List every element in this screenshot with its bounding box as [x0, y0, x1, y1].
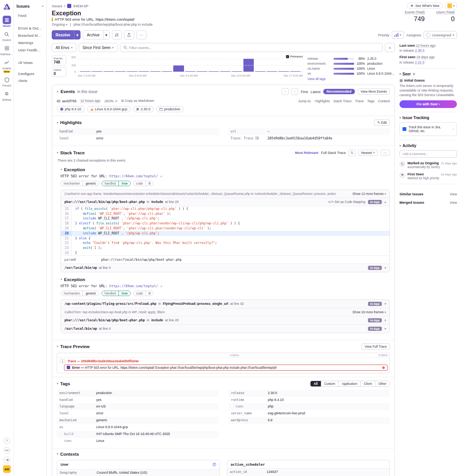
release-chip[interactable]: 2.30.0	[133, 106, 154, 112]
runtime-chip[interactable]: php 8.4.10	[57, 106, 85, 112]
view-all-tags-link[interactable]: View all tags	[307, 77, 326, 81]
tags-filter-custom[interactable]: Custom	[321, 381, 338, 386]
exception-url-link[interactable]: https://84em.com/toptal/	[109, 284, 158, 288]
sidebar-item-all-views[interactable]: All Views	[16, 59, 44, 66]
trace-id-link[interactable]: 205d9d8bc3ad4156aa16ab4d50ffa04e	[268, 136, 332, 141]
environment-filter[interactable]: All Envs ▾	[52, 43, 76, 52]
archive-button[interactable]: Archive	[83, 30, 103, 39]
chevron-down-icon[interactable]: ▾	[399, 116, 401, 119]
os-chip[interactable]: Linux 6.8.0-1044-gcp	[87, 106, 131, 112]
sentry-logo-icon[interactable]	[3, 3, 11, 11]
date-filter[interactable]: Since First Seen ▾	[79, 43, 117, 52]
jump-trace-link[interactable]: Trace	[355, 99, 364, 103]
sidebar-item-alerts[interactable]: Alerts	[16, 77, 44, 84]
tag-summary-row[interactable]: os 100% Linux 6.8.0-1044-g...	[307, 72, 395, 75]
rail-item-dashboards[interactable]: Dashboards	[0, 43, 13, 56]
issue-tracking-card[interactable]: Track this issue in Jira, GitHub, etc. ›	[399, 122, 457, 136]
edit-highlights-button[interactable]: ✎ Edit	[374, 119, 390, 126]
most-relevant-toggle[interactable]: Most Relevant	[295, 151, 319, 155]
sidebar-item-breached-metrics[interactable]: Breached Metrics	[16, 32, 44, 39]
trace-root-row[interactable]: 1 Trace — 205d9d8bc3ad4156aa16ab4d50ffa0…	[57, 358, 389, 365]
chevron-down-icon[interactable]: ▾	[57, 452, 58, 456]
merged-issues-view-link[interactable]: View	[450, 201, 457, 204]
chevron-down-icon[interactable]: ▾	[399, 144, 401, 147]
rail-item-insights[interactable]: Insights Beta	[0, 57, 13, 74]
broadcast-icon[interactable]	[3, 447, 10, 454]
jump-stack-trace-link[interactable]: Stack Trace	[334, 99, 352, 103]
resolve-dropdown-button[interactable]: ▾	[74, 30, 80, 39]
sidebar-item-feed[interactable]: Feed	[16, 12, 44, 19]
events-bar-chart[interactable]: ✓ Releases 600 300 0	[70, 56, 304, 77]
frame-row-collapsed[interactable]: /usr/local/bin/wp at line 4 In App ▾	[61, 324, 389, 333]
first-event-link[interactable]: First	[301, 90, 308, 94]
rail-item-prevent[interactable]: Prevent	[0, 75, 13, 88]
collapse-sidebar-icon[interactable]: «	[42, 4, 44, 8]
similar-issues-view-link[interactable]: View	[450, 192, 457, 196]
priority-dropdown[interactable]: ▾	[392, 31, 404, 39]
sidebar-item-warnings[interactable]: Warnings	[16, 39, 44, 46]
code-mapping-link[interactable]: </> Set up Code Mapping	[328, 200, 365, 204]
tag-summary-row[interactable]: os.name 100% Linux	[307, 67, 395, 70]
tags-filter-client[interactable]: Client	[360, 381, 375, 386]
rail-item-explore[interactable]: Explore	[0, 29, 13, 42]
frame-row-collapsed[interactable]: /wp-content/plugins/flying-press/src/Pre…	[61, 300, 389, 308]
resolve-button[interactable]: Resolve	[52, 30, 74, 39]
jump-tags-link[interactable]: Tags	[367, 99, 375, 103]
exception-url-link[interactable]: https://84em.com/toptal/	[109, 174, 158, 178]
frame-row-collapsed[interactable]: /usr/local/bin/wp at line 4 In App ▾	[61, 263, 389, 272]
show-more-frames-button[interactable]: Show 12 more frames ▾	[353, 192, 386, 196]
view-more-events-button[interactable]: View More Events	[358, 88, 390, 95]
frame-row-expanded[interactable]: phar:///usr/local/bin/wp/php/boot-phar.p…	[61, 198, 389, 206]
recommended-event-tab[interactable]: Recommended	[323, 89, 355, 94]
show-more-frames-button[interactable]: Show 16 more frames ▾	[353, 310, 386, 314]
release-link[interactable]: 2.30.0	[268, 391, 277, 396]
copy-markdown-link[interactable]: ⧉ Copy as Markdown	[121, 99, 154, 103]
assignee-dropdown[interactable]: Unassigned ▾	[424, 31, 457, 39]
users-total-label[interactable]: Users (Total)	[436, 10, 455, 15]
last-seen-time[interactable]: 12 hours ago	[416, 44, 435, 48]
sidebar-item-errors-outages[interactable]: Errors & Outages	[16, 25, 44, 31]
first-seen-time[interactable]: 18 days ago	[416, 55, 435, 59]
user-avatar[interactable]: AM	[3, 465, 11, 473]
latest-event-link[interactable]: Latest	[310, 90, 320, 94]
jump-context-link[interactable]: Context	[378, 99, 390, 103]
more-actions-button[interactable]: ⋯	[136, 30, 146, 39]
event-id[interactable]: ID: ae42f765	[57, 99, 77, 103]
share-feedback-icon[interactable]	[3, 456, 10, 463]
last-seen-release-link[interactable]: 2.30.0	[415, 49, 424, 53]
trace-error-row[interactable]: Error — HTTP 503 error for URL: https://…	[64, 365, 388, 371]
tag-summary-row[interactable]: environment 100% production	[307, 62, 395, 65]
expand-panel-button[interactable]: »	[385, 43, 395, 52]
archive-dropdown-button[interactable]: ▾	[104, 30, 110, 39]
tags-filter-application[interactable]: Application	[338, 381, 360, 386]
sort-dropdown[interactable]: Newest ▾	[358, 150, 378, 156]
chevron-down-icon[interactable]: ▾	[399, 72, 401, 76]
rail-item-issues[interactable]: Issues	[0, 15, 13, 28]
environment-chip[interactable]: production	[156, 106, 184, 112]
event-search[interactable]	[120, 43, 383, 52]
chevron-down-icon[interactable]: ▾	[384, 302, 386, 306]
next-event-button[interactable]: ›	[291, 88, 298, 95]
crashed-frame-row[interactable]: Crashed in non-app frame: /vendor/woocom…	[61, 190, 389, 198]
tag-summary-row[interactable]: release 68% 2.25.0	[307, 57, 395, 61]
whats-new-button[interactable]: See What's New	[407, 3, 443, 9]
sidebar-item-user-feedback[interactable]: User Feedback	[16, 47, 44, 53]
chevron-down-icon[interactable]: ▾	[61, 278, 62, 281]
chevron-down-icon[interactable]: ▾	[57, 345, 58, 348]
chevron-down-icon[interactable]: ▾	[384, 327, 386, 330]
tags-filter-all[interactable]: All	[310, 381, 321, 386]
breadcrumb-issues-link[interactable]: Issues	[52, 4, 62, 8]
user-menu-button[interactable]: ▾	[445, 2, 457, 9]
event-search-input[interactable]	[129, 46, 379, 50]
releases-toggle[interactable]: ✓ Releases	[286, 55, 303, 58]
chevron-down-icon[interactable]: ▾	[57, 382, 58, 385]
thread-selector-icon[interactable]: ⇅	[348, 149, 355, 156]
chevron-down-icon[interactable]: ▾	[57, 151, 58, 154]
prev-event-button[interactable]: ‹	[282, 88, 289, 95]
called-from-row[interactable]: Called from: /wp-includes/class-wp-hook.…	[61, 308, 389, 316]
substatus-dropdown[interactable]: Ongoing ▾	[52, 23, 67, 26]
help-icon[interactable]: ?	[3, 437, 10, 444]
chevron-down-icon[interactable]: ▾	[61, 168, 62, 171]
fix-with-seer-button[interactable]: Fix with Seer ›	[399, 100, 457, 108]
chevron-down-icon[interactable]: ▾	[57, 90, 58, 93]
